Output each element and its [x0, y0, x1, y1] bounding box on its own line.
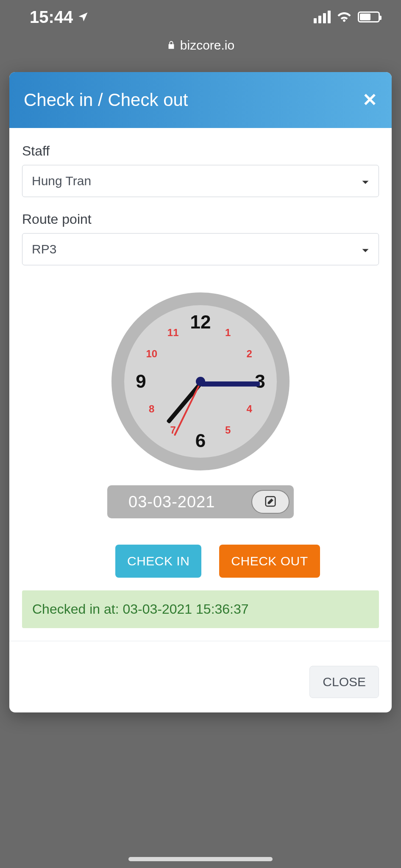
- close-button[interactable]: CLOSE: [309, 666, 379, 698]
- signal-icon: [314, 11, 331, 23]
- separator: [9, 641, 392, 641]
- chevron-down-icon: [362, 242, 369, 256]
- route-point-label: Route point: [22, 211, 379, 227]
- analog-clock: 12 3 6 9 1 2 4 5 7 8 10 11: [111, 292, 290, 470]
- checkin-modal: Check in / Check out ✕ Staff Hung Tran R…: [9, 72, 392, 712]
- close-icon[interactable]: ✕: [362, 91, 377, 109]
- date-display: 03-03-2021: [107, 485, 294, 518]
- clock-num-8: 8: [149, 403, 154, 415]
- location-arrow-icon: [77, 8, 89, 27]
- home-indicator: [128, 857, 273, 861]
- clock-num-10: 10: [146, 348, 157, 360]
- clock-pivot: [196, 377, 205, 386]
- browser-url-text: bizcore.io: [180, 38, 234, 53]
- status-time: 15:44: [30, 8, 89, 27]
- staff-select-value: Hung Tran: [32, 174, 91, 188]
- clock-num-2: 2: [247, 348, 252, 360]
- modal-body: Staff Hung Tran Route point RP3 12 3 6 9: [9, 128, 392, 655]
- checkout-button[interactable]: CHECK OUT: [219, 545, 320, 578]
- checkin-button[interactable]: CHECK IN: [115, 545, 201, 578]
- clock-hour-hand: [200, 381, 260, 387]
- date-row: 03-03-2021: [22, 485, 379, 518]
- modal-title: Check in / Check out: [24, 90, 188, 110]
- date-text: 03-03-2021: [128, 493, 251, 511]
- wifi-icon: [337, 10, 352, 24]
- staff-select[interactable]: Hung Tran: [22, 165, 379, 197]
- clock-container: 12 3 6 9 1 2 4 5 7 8 10 11: [22, 280, 379, 475]
- clock-num-12: 12: [190, 312, 211, 333]
- route-point-select[interactable]: RP3: [22, 233, 379, 265]
- clock-num-9: 9: [136, 371, 146, 392]
- modal-footer: CLOSE: [9, 655, 392, 712]
- battery-icon: [358, 11, 380, 22]
- clock-num-1: 1: [225, 327, 231, 339]
- status-icons: [314, 10, 380, 24]
- clock-face: 12 3 6 9 1 2 4 5 7 8 10 11: [124, 305, 277, 458]
- lock-icon: [167, 38, 176, 53]
- status-bar: 15:44: [0, 0, 401, 34]
- pencil-icon: [264, 495, 277, 509]
- checkin-status-banner: Checked in at: 03-03-2021 15:36:37: [22, 590, 379, 628]
- route-point-select-value: RP3: [32, 242, 56, 256]
- clock-num-11: 11: [167, 327, 179, 339]
- clock-num-6: 6: [195, 430, 206, 451]
- modal-header: Check in / Check out ✕: [9, 72, 392, 128]
- edit-date-button[interactable]: [251, 490, 290, 514]
- browser-url-bar: bizcore.io: [0, 34, 401, 65]
- clock-num-4: 4: [247, 403, 252, 415]
- staff-label: Staff: [22, 143, 379, 159]
- action-buttons: CHECK IN CHECK OUT: [115, 545, 379, 578]
- status-time-text: 15:44: [30, 8, 73, 27]
- clock-num-5: 5: [225, 424, 231, 436]
- chevron-down-icon: [362, 174, 369, 188]
